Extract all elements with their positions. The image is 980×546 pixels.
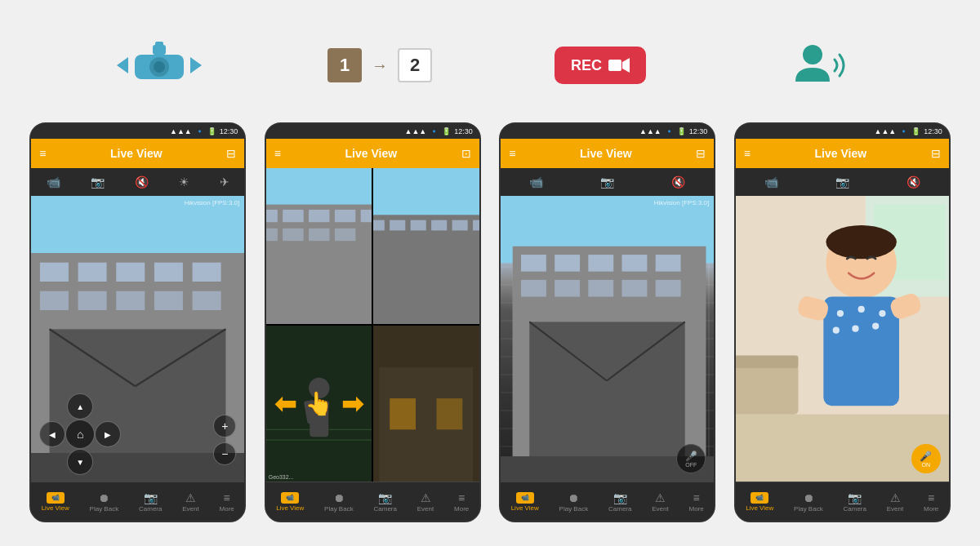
phone1-layout-icon[interactable]: ⊟ — [226, 147, 236, 160]
phone4-status-bar: ▲▲▲ 🔹 🔋 12:30 — [736, 124, 949, 139]
phone2-nav-event[interactable]: ⚠ Event — [411, 488, 440, 516]
phone1-brightness-icon[interactable]: ☀ — [179, 175, 189, 189]
phone2-nav-more[interactable]: ≡ More — [448, 488, 475, 516]
phone2-wifi: 🔹 — [430, 127, 439, 135]
svg-rect-36 — [335, 229, 355, 241]
phone1-ptz-down[interactable]: ▼ — [67, 449, 93, 475]
phone1-ptz-up[interactable]: ▲ — [67, 393, 93, 419]
phone2-grid2-svg — [373, 168, 479, 324]
svg-point-86 — [872, 322, 879, 329]
phone1-nav-more-icon: ≡ — [224, 491, 230, 504]
phone4-menu-icon[interactable]: ≡ — [744, 147, 751, 160]
phone3-nav-more[interactable]: ≡ More — [683, 488, 710, 516]
phone1-signal: ▲▲▲ — [170, 127, 192, 135]
phone2-grid-cell-3[interactable]: ⬅ 👆 ➡ Geo332... — [266, 326, 372, 482]
phone3-rec-indicator[interactable]: 🎤 OFF — [676, 444, 706, 473]
phone4-nav-event-label: Event — [887, 505, 903, 513]
phone3-nav-playback[interactable]: ⏺ Play Back — [553, 488, 595, 516]
phone1-nav-camera[interactable]: 📷 Camera — [132, 488, 168, 516]
phone2-nav-camera-label: Camera — [373, 505, 396, 513]
phone1-mute-icon[interactable]: 🔇 — [135, 175, 149, 189]
phone2-nav-playback[interactable]: ⏺ Play Back — [318, 488, 360, 516]
phone3-video-icon[interactable]: 📹 — [529, 175, 543, 189]
phone1-nav-event[interactable]: ⚠ Event — [176, 488, 205, 516]
svg-rect-16 — [193, 263, 221, 282]
svg-rect-61 — [622, 255, 648, 272]
phone2-grid1-svg — [266, 168, 372, 324]
phone4-on-label: ON — [922, 462, 931, 468]
camera-video-icon — [608, 56, 630, 74]
phone1-zoom-in[interactable]: + — [213, 415, 236, 437]
phone2-nav-live-view[interactable]: 📹 Live View — [270, 489, 310, 515]
phone1-nav-live-view[interactable]: 📹 Live View — [35, 489, 76, 515]
phone4-mic-icon: 🎤 — [920, 451, 932, 462]
phone1-menu-icon[interactable]: ≡ — [39, 147, 46, 160]
phone4-nav-playback[interactable]: ⏺ Play Back — [787, 488, 830, 516]
phone4-mute-icon[interactable]: 🔇 — [906, 175, 920, 189]
phone3-building-image: Hikvision [FPS:3.0] — [501, 196, 714, 482]
svg-rect-64 — [555, 280, 580, 297]
svg-rect-40 — [390, 220, 405, 231]
phone1-ptz-left[interactable]: ◀ — [39, 421, 65, 447]
phone2-bottom-nav: 📹 Live View ⏺ Play Back 📷 Camera ⚠ Event… — [266, 482, 479, 521]
phone1-video-icon[interactable]: 📹 — [47, 175, 60, 189]
svg-point-84 — [832, 327, 839, 334]
phone1-ptz-icon[interactable]: ✈ — [220, 175, 229, 189]
phone1-zoom-out[interactable]: − — [213, 442, 236, 465]
phone3-layout-icon[interactable]: ⊟ — [696, 147, 706, 160]
phone3-top-bar: ≡ Live View ⊟ — [501, 139, 714, 168]
phone1-ptz-home[interactable]: ⌂ — [65, 419, 95, 449]
phone3-snapshot-icon[interactable]: 📷 — [600, 175, 614, 189]
ptz-camera-icon — [110, 37, 208, 94]
phone4-nav-more-icon: ≡ — [928, 491, 934, 504]
phone3-nav-playback-label: Play Back — [559, 505, 589, 513]
phone1-nav-playback[interactable]: ⏺ Play Back — [83, 488, 126, 516]
svg-rect-77 — [736, 356, 798, 368]
phone2-grid-cell-4[interactable] — [373, 326, 479, 482]
phone1-nav-more[interactable]: ≡ More — [213, 488, 241, 516]
phone4-nav-event-icon: ⚠ — [890, 491, 901, 504]
phone3-nav-event[interactable]: ⚠ Event — [645, 488, 675, 516]
phone3-nav-camera[interactable]: 📷 Camera — [602, 488, 638, 516]
phone3-battery: 🔋 — [677, 127, 686, 135]
svg-rect-67 — [656, 280, 681, 297]
svg-rect-31 — [335, 210, 355, 222]
phone4-nav-more[interactable]: ≡ More — [917, 488, 945, 516]
phone4-top-bar: ≡ Live View ⊟ — [736, 139, 949, 168]
phone1-nav-live-icon: 📹 — [47, 492, 65, 504]
phone2-signal: ▲▲▲ — [404, 127, 426, 135]
phone3-mute-icon[interactable]: 🔇 — [671, 175, 685, 189]
phone4-mic-on-button[interactable]: 🎤 ON — [911, 444, 941, 473]
phone4-video-icon[interactable]: 📹 — [764, 175, 778, 189]
svg-rect-13 — [78, 263, 107, 282]
phone2-grid3-svg — [266, 326, 372, 482]
svg-rect-55 — [437, 398, 463, 429]
phone4-nav-playback-label: Play Back — [794, 505, 823, 513]
phone1-zoom-buttons: + − — [213, 415, 236, 465]
phone4-nav-event[interactable]: ⚠ Event — [880, 488, 910, 516]
svg-rect-62 — [656, 255, 681, 272]
phone3-time: 12:30 — [689, 127, 708, 135]
phone1-time: 12:30 — [220, 127, 238, 135]
phone3-menu-icon[interactable]: ≡ — [509, 147, 515, 160]
phone2-grid-cell-1[interactable] — [266, 168, 372, 324]
svg-marker-1 — [190, 57, 202, 73]
phone2-grid-cell-2[interactable] — [373, 168, 479, 324]
phone2-menu-icon[interactable]: ≡ — [274, 147, 281, 160]
phone3-nav-live-view[interactable]: 📹 Live View — [505, 489, 546, 515]
phone2-layout-icon[interactable]: ⊡ — [461, 147, 471, 160]
phone1-ptz-right[interactable]: ▶ — [95, 421, 121, 447]
phone1-snapshot-icon[interactable]: 📷 — [91, 175, 105, 189]
phone4-snapshot-icon[interactable]: 📷 — [835, 175, 849, 189]
phone2-nav-event-label: Event — [417, 505, 434, 513]
phone2-nav-camera[interactable]: 📷 Camera — [367, 488, 403, 516]
svg-rect-41 — [411, 220, 426, 231]
phone4-layout-icon[interactable]: ⊟ — [931, 147, 941, 160]
phone4-nav-camera[interactable]: 📷 Camera — [836, 488, 872, 516]
phone4-nav-live-view[interactable]: 📹 Live View — [739, 489, 780, 515]
phone3-signal: ▲▲▲ — [639, 127, 662, 135]
phone1-battery: 🔋 — [207, 127, 216, 135]
phone2-nav-more-icon: ≡ — [458, 491, 465, 504]
svg-point-81 — [837, 310, 844, 317]
feature-icons-row: 1 → 2 REC — [0, 0, 980, 122]
